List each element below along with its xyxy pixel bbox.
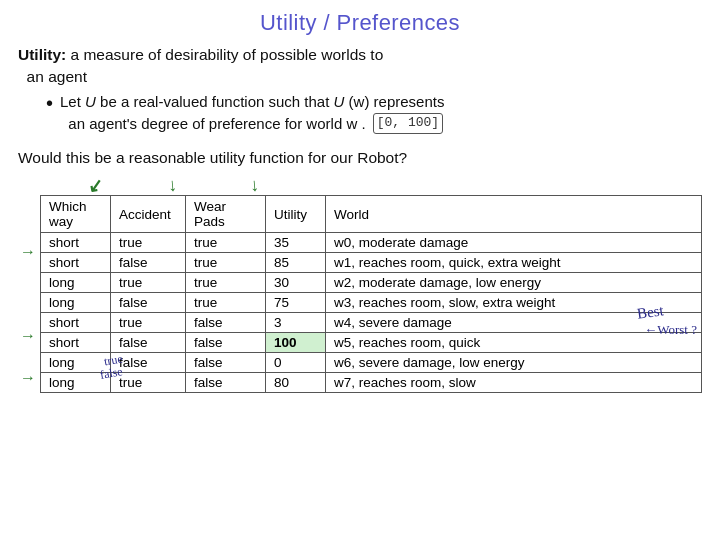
cell-world: w2, moderate damage, low energy (326, 273, 702, 293)
cell-which: long (41, 293, 111, 313)
header-which-way: Which way (41, 196, 111, 233)
cell-utility: 0 (266, 353, 326, 373)
cell-utility: 80 (266, 373, 326, 393)
table-row: longfalsetrue75w3, reaches room, slow, e… (41, 293, 702, 313)
bullet-item: • Let U be a real-valued function such t… (46, 91, 702, 135)
cell-wearpads: false (186, 333, 266, 353)
cell-which: short (41, 253, 111, 273)
cell-utility: 85 (266, 253, 326, 273)
worst-label: ←Worst ? (644, 322, 697, 337)
would-question: Would this be a reasonable utility funct… (18, 149, 702, 167)
cell-utility: 30 (266, 273, 326, 293)
cell-which: short (41, 333, 111, 353)
table-row: shortfalsetrue85w1, reaches room, quick,… (41, 253, 702, 273)
col-arrow-2: ↓ (167, 175, 178, 197)
cell-accident: true (111, 273, 186, 293)
page-container: Utility / Preferences Utility: a measure… (0, 0, 720, 540)
worst-annotation: ←Worst ? (644, 320, 697, 338)
table-row: shorttruetrue35w0, moderate damage (41, 233, 702, 253)
col-arrows-area: ↙ ↓ ↓ (60, 175, 702, 195)
utility-table: Which way Accident Wear Pads Utility Wor… (40, 195, 702, 393)
cell-utility: 3 (266, 313, 326, 333)
table-wrapper: Which way Accident Wear Pads Utility Wor… (40, 195, 702, 393)
row-left-arrow: → (20, 243, 36, 261)
table-row: shortfalsefalse100w5, reaches room, quic… (41, 333, 702, 353)
u-var2: U (334, 93, 345, 110)
cell-accident: false (111, 293, 186, 313)
cell-world: w6, severe damage, low energy (326, 353, 702, 373)
handwritten-false: false (100, 363, 123, 381)
row-left-arrow: → (20, 369, 36, 387)
cell-utility: 100 (266, 333, 326, 353)
cell-utility: 75 (266, 293, 326, 313)
page-title: Utility / Preferences (18, 10, 702, 36)
cell-world: w1, reaches room, quick, extra weight (326, 253, 702, 273)
cell-which: short (41, 233, 111, 253)
cell-wearpads: true (186, 273, 266, 293)
utility-definition: Utility: a measure of desirability of po… (18, 44, 702, 89)
cell-accident: false (111, 253, 186, 273)
best-annotation: Best (637, 303, 664, 321)
cell-world: w7, reaches room, slow (326, 373, 702, 393)
row-left-arrow: → (20, 327, 36, 345)
cell-accident: true (111, 233, 186, 253)
table-row: longfalsefalse0w6, severe damage, low en… (41, 353, 702, 373)
header-world: World (326, 196, 702, 233)
cell-wearpads: true (186, 233, 266, 253)
cell-utility: 35 (266, 233, 326, 253)
table-row: longtruetrue30w2, moderate damage, low e… (41, 273, 702, 293)
cell-which: long (41, 273, 111, 293)
header-utility: Utility (266, 196, 326, 233)
cell-which: short (41, 313, 111, 333)
bullet-section: • Let U be a real-valued function such t… (46, 91, 702, 135)
utility-label: Utility: (18, 46, 66, 63)
bullet-dot: • (46, 89, 53, 118)
bullet-text: Let U be a real-valued function such tha… (60, 91, 702, 135)
cell-wearpads: false (186, 313, 266, 333)
header-accident: Accident (111, 196, 186, 233)
cell-wearpads: true (186, 293, 266, 313)
cell-accident: true (111, 313, 186, 333)
u-var: U (85, 93, 96, 110)
col-arrow-3: ↓ (249, 175, 260, 197)
table-row: shorttruefalse3w4, severe damage (41, 313, 702, 333)
header-wear-pads: Wear Pads (186, 196, 266, 233)
cell-wearpads: false (186, 373, 266, 393)
cell-wearpads: false (186, 353, 266, 373)
range-annotation: [0, 100] (373, 113, 443, 134)
cell-world: w0, moderate damage (326, 233, 702, 253)
utility-text: a measure of desirability of possible wo… (18, 46, 383, 85)
table-row: longtruefalse80w7, reaches room, slow (41, 373, 702, 393)
table-header-row: Which way Accident Wear Pads Utility Wor… (41, 196, 702, 233)
cell-wearpads: true (186, 253, 266, 273)
